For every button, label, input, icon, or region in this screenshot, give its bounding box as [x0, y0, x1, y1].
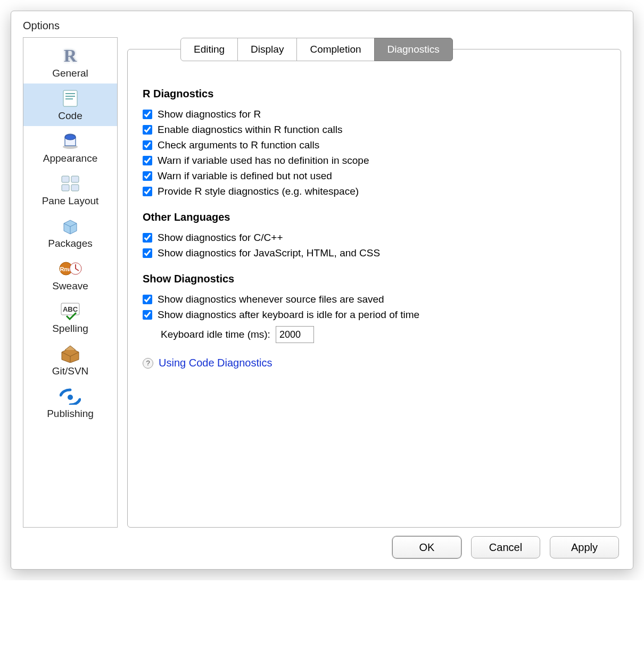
checkbox-label: Show diagnostics after keyboard is idle … — [158, 309, 419, 321]
package-box-icon — [58, 215, 82, 237]
checkbox[interactable] — [143, 156, 152, 165]
opt-warn-no-definition[interactable]: Warn if variable used has no definition … — [143, 155, 606, 166]
tab-display[interactable]: Display — [237, 38, 297, 61]
sidebar-item-label: Code — [58, 110, 82, 122]
svg-text:ABC: ABC — [63, 305, 78, 313]
dialog-title: Options — [11, 11, 633, 37]
checkbox-label: Provide R style diagnostics (e.g. whites… — [158, 186, 359, 197]
sweave-icon: Rnw — [58, 258, 82, 279]
tab-diagnostics[interactable]: Diagnostics — [374, 38, 453, 61]
sidebar-item-label: Packages — [48, 238, 92, 249]
spellcheck-icon: ABC — [58, 301, 82, 322]
ok-button[interactable]: OK — [392, 536, 461, 558]
checkbox-label: Warn if variable used has no definition … — [158, 155, 369, 166]
tab-editing[interactable]: Editing — [180, 38, 238, 61]
dialog-button-row: OK Cancel Apply — [11, 528, 633, 562]
idle-time-row: Keyboard idle time (ms): — [161, 326, 606, 343]
sidebar-item-spelling[interactable]: ABC Spelling — [23, 296, 117, 339]
opt-diagnostics-web[interactable]: Show diagnostics for JavaScript, HTML, a… — [143, 247, 606, 259]
dialog-content: R General Code Appearance Pane Layou — [11, 37, 633, 528]
checkbox[interactable] — [143, 140, 152, 150]
help-icon[interactable]: ? — [143, 358, 153, 369]
opt-style-diagnostics[interactable]: Provide R style diagnostics (e.g. whites… — [143, 186, 606, 197]
section-title-r-diagnostics: R Diagnostics — [143, 88, 606, 100]
checkbox[interactable] — [143, 310, 152, 320]
idle-time-input[interactable] — [276, 326, 314, 343]
checkbox-label: Show diagnostics for C/C++ — [158, 232, 283, 244]
checkbox[interactable] — [143, 295, 152, 304]
apply-button[interactable]: Apply — [550, 536, 619, 558]
help-link-code-diagnostics[interactable]: Using Code Diagnostics — [159, 357, 272, 369]
sidebar-item-general[interactable]: R General — [23, 41, 117, 84]
sidebar-item-label: Publishing — [47, 408, 94, 420]
sidebar-item-label: Git/SVN — [52, 365, 89, 377]
document-icon — [58, 88, 82, 109]
checkbox[interactable] — [143, 248, 152, 258]
sidebar-item-label: General — [52, 68, 88, 79]
publish-icon — [58, 386, 82, 407]
tab-bar: Editing Display Completion Diagnostics — [180, 37, 621, 61]
opt-check-arguments[interactable]: Check arguments to R function calls — [143, 139, 606, 151]
checkbox[interactable] — [143, 171, 152, 181]
sidebar-item-label: Sweave — [52, 280, 88, 292]
sidebar-item-appearance[interactable]: Appearance — [23, 126, 117, 169]
sidebar-item-packages[interactable]: Packages — [23, 211, 117, 254]
sidebar-item-pane-layout[interactable]: Pane Layout — [23, 169, 117, 211]
sidebar-item-git-svn[interactable]: Git/SVN — [23, 339, 117, 381]
sidebar-item-label: Spelling — [52, 323, 88, 335]
checkbox[interactable] — [143, 187, 152, 196]
category-sidebar: R General Code Appearance Pane Layou — [23, 37, 118, 528]
svg-rect-8 — [62, 185, 69, 191]
opt-show-diagnostics-r[interactable]: Show diagnostics for R — [143, 108, 606, 120]
tab-panel-diagnostics: R Diagnostics Show diagnostics for R Ena… — [127, 49, 621, 528]
svg-rect-7 — [71, 176, 79, 182]
opt-diagnostics-on-idle[interactable]: Show diagnostics after keyboard is idle … — [143, 309, 606, 321]
main-panel: Editing Display Completion Diagnostics R… — [127, 37, 621, 528]
sidebar-item-label: Pane Layout — [42, 195, 99, 207]
svg-point-15 — [68, 395, 73, 400]
svg-rect-6 — [62, 176, 69, 182]
checkbox[interactable] — [143, 110, 152, 119]
panes-icon — [58, 173, 82, 194]
sidebar-item-code[interactable]: Code — [23, 84, 117, 126]
options-dialog: Options R General Code Appearance — [11, 11, 633, 570]
checkbox-label: Show diagnostics whenever source files a… — [158, 294, 384, 305]
checkbox-label: Check arguments to R function calls — [158, 139, 319, 151]
section-title-other-languages: Other Languages — [143, 211, 606, 223]
help-row: ? Using Code Diagnostics — [143, 357, 606, 369]
section-title-show-diagnostics: Show Diagnostics — [143, 273, 606, 285]
sidebar-item-label: Appearance — [43, 153, 97, 164]
sidebar-item-sweave[interactable]: Rnw Sweave — [23, 254, 117, 296]
svg-point-5 — [65, 135, 76, 140]
r-logo-icon: R — [58, 45, 82, 66]
opt-diagnostics-within-calls[interactable]: Enable diagnostics within R function cal… — [143, 124, 606, 136]
checkbox-label: Warn if variable is defined but not used — [158, 170, 332, 182]
opt-diagnostics-cpp[interactable]: Show diagnostics for C/C++ — [143, 232, 606, 244]
checkbox-label: Show diagnostics for R — [158, 108, 261, 120]
checkbox-label: Enable diagnostics within R function cal… — [158, 124, 342, 136]
svg-rect-9 — [71, 185, 79, 191]
opt-diagnostics-on-save[interactable]: Show diagnostics whenever source files a… — [143, 294, 606, 305]
idle-time-label: Keyboard idle time (ms): — [161, 329, 270, 340]
checkbox-label: Show diagnostics for JavaScript, HTML, a… — [158, 247, 380, 259]
checkbox[interactable] — [143, 125, 152, 135]
cancel-button[interactable]: Cancel — [471, 536, 540, 558]
cardboard-box-icon — [58, 343, 82, 364]
tab-completion[interactable]: Completion — [296, 38, 374, 61]
paint-bucket-icon — [58, 130, 82, 152]
checkbox[interactable] — [143, 233, 152, 243]
sidebar-item-publishing[interactable]: Publishing — [23, 381, 117, 424]
opt-warn-unused[interactable]: Warn if variable is defined but not used — [143, 170, 606, 182]
